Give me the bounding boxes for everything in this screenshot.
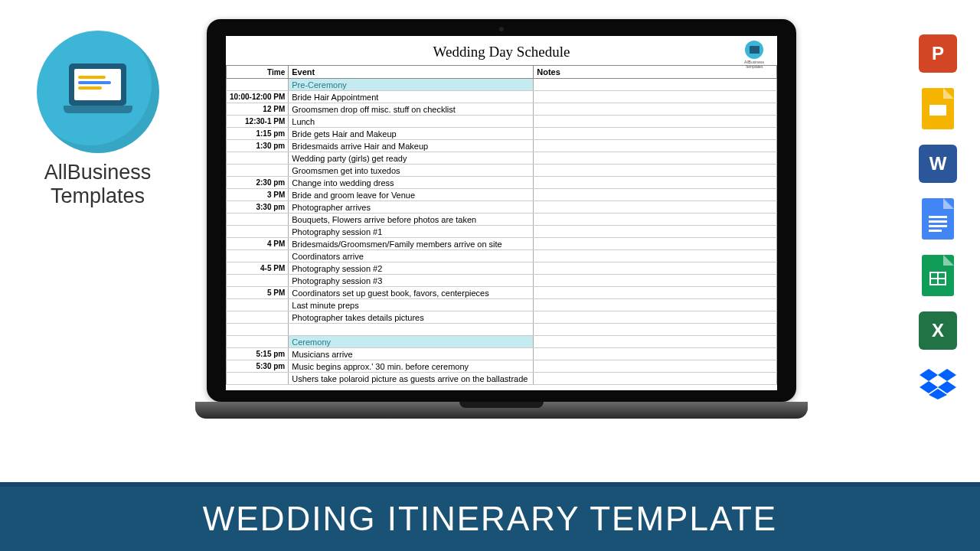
- table-row: Ushers take polaroid picture as guests a…: [227, 373, 777, 385]
- document-screen: Wedding Day Schedule AllBusiness Templat…: [226, 36, 777, 390]
- camera-icon: [499, 27, 504, 31]
- laptop-mockup: Wedding Day Schedule AllBusiness Templat…: [195, 19, 808, 448]
- document-title: Wedding Day Schedule: [226, 44, 777, 60]
- file-format-icons: P W X: [915, 34, 961, 419]
- table-row: Bouquets, Flowers arrive before photos a…: [227, 214, 777, 226]
- col-time: Time: [227, 66, 289, 79]
- dropbox-icon[interactable]: [919, 365, 957, 403]
- table-row: [227, 324, 777, 336]
- table-row: 12 PMGroomsmen drop off misc. stuff on c…: [227, 103, 777, 116]
- table-row: 12:30-1 PMLunch: [227, 116, 777, 128]
- laptop-frame: Wedding Day Schedule AllBusiness Templat…: [207, 19, 796, 402]
- title-banner: WEDDING ITINERARY TEMPLATE: [0, 482, 980, 551]
- table-row: Groomsmen get into tuxedos: [227, 165, 777, 177]
- table-row: 1:30 pmBridesmaids arrive Hair and Makeu…: [227, 140, 777, 152]
- google-slides-icon[interactable]: [922, 88, 954, 129]
- table-row: 5 PMCoordinators set up guest book, favo…: [227, 287, 777, 299]
- laptop-icon: [64, 64, 132, 121]
- table-row: 3:30 pmPhotographer arrives: [227, 201, 777, 214]
- table-row: 2:30 pmChange into wedding dress: [227, 177, 777, 189]
- powerpoint-icon[interactable]: P: [919, 34, 957, 73]
- table-row: 5:30 pmMusic begins approx.' 30 min. bef…: [227, 360, 777, 373]
- table-row: 4 PMBridesmaids/Groomsmen/Family members…: [227, 238, 777, 250]
- laptop-base: [195, 402, 808, 419]
- excel-icon[interactable]: X: [919, 311, 957, 350]
- banner-title: WEDDING ITINERARY TEMPLATE: [203, 500, 777, 538]
- table-header-row: Time Event Notes: [227, 66, 777, 79]
- table-row: Coordinators arrive: [227, 250, 777, 262]
- brand-logo-circle: [37, 31, 159, 153]
- col-event: Event: [289, 66, 534, 79]
- google-sheets-icon[interactable]: [922, 255, 954, 296]
- table-row: Last minute preps: [227, 299, 777, 311]
- table-row: 10:00-12:00 PMBride Hair Appointment: [227, 91, 777, 103]
- brand-name: AllBusinessTemplates: [11, 161, 184, 208]
- google-docs-icon[interactable]: [922, 198, 954, 240]
- word-icon[interactable]: W: [919, 145, 957, 183]
- table-row: 5:15 pmMusicians arrive: [227, 348, 777, 360]
- document-header: Wedding Day Schedule AllBusiness Templat…: [226, 36, 777, 65]
- table-row: Photography session #3: [227, 275, 777, 287]
- table-row: Photographer takes details pictures: [227, 311, 777, 324]
- table-row: 3 PMBride and groom leave for Venue: [227, 189, 777, 201]
- document-watermark: AllBusiness Templates: [739, 41, 769, 69]
- table-row: 1:15 pmBride gets Hair and Makeup: [227, 128, 777, 140]
- table-row: 4-5 PMPhotography session #2: [227, 262, 777, 275]
- table-row: Ceremony: [227, 336, 777, 348]
- table-row: Photography session #1: [227, 226, 777, 238]
- schedule-table: Time Event Notes Pre-Ceremony10:00-12:00…: [226, 65, 777, 385]
- table-row: Wedding party (girls) get ready: [227, 152, 777, 165]
- brand-logo-area: AllBusinessTemplates: [11, 31, 184, 208]
- table-row: Pre-Ceremony: [227, 79, 777, 91]
